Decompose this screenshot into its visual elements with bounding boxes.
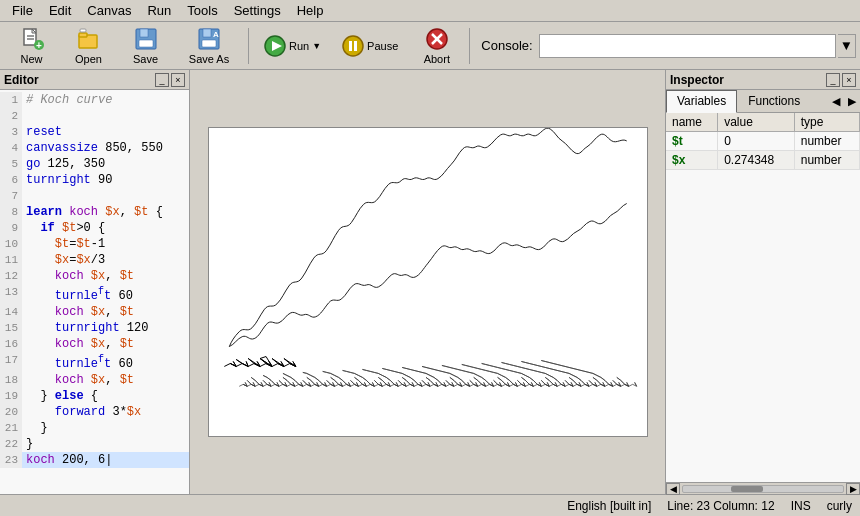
svg-rect-13	[203, 29, 211, 37]
tab-prev-arrow[interactable]: ◀	[828, 93, 844, 110]
saveas-label: Save As	[189, 53, 229, 65]
code-line-10: 10 $t=$t-1	[0, 236, 189, 252]
code-line-3: 3 reset	[0, 124, 189, 140]
separator-1	[248, 28, 249, 64]
code-line-6: 6 turnright 90	[0, 172, 189, 188]
pause-icon	[341, 34, 365, 58]
code-line-17: 17 turnleft 60	[0, 352, 189, 372]
tab-nav: ◀ ▶	[828, 90, 860, 112]
menu-canvas[interactable]: Canvas	[79, 1, 139, 20]
inspector-close[interactable]: ×	[842, 73, 856, 87]
svg-rect-14	[202, 40, 216, 47]
col-name: name	[666, 113, 718, 132]
scroll-right-btn[interactable]: ▶	[846, 483, 860, 495]
open-icon	[77, 27, 101, 51]
tab-variables[interactable]: Variables	[666, 90, 737, 113]
svg-text:+: +	[36, 40, 42, 51]
code-line-21: 21 }	[0, 420, 189, 436]
editor-titlebar: Editor _ ×	[0, 70, 189, 90]
var-type-x: number	[794, 151, 859, 170]
menu-edit[interactable]: Edit	[41, 1, 79, 20]
status-position: Line: 23 Column: 12	[667, 499, 774, 513]
abort-icon	[425, 27, 449, 51]
run-dropdown-arrow[interactable]: ▼	[312, 41, 321, 51]
var-row-t: $t 0 number	[666, 132, 860, 151]
console-dropdown[interactable]: ▼	[838, 34, 856, 58]
code-line-1: 1 # Koch curve	[0, 92, 189, 108]
open-label: Open	[75, 53, 102, 65]
canvas-panel	[190, 70, 665, 494]
tab-functions[interactable]: Functions	[737, 90, 811, 112]
code-line-4: 4 canvassize 850, 550	[0, 140, 189, 156]
code-line-18: 18 koch $x, $t	[0, 372, 189, 388]
menu-file[interactable]: File	[4, 1, 41, 20]
toolbar: + New Open Save	[0, 22, 860, 70]
var-name-t: $t	[666, 132, 718, 151]
editor-controls: _ ×	[155, 73, 185, 87]
svg-rect-7	[79, 33, 87, 37]
abort-label: Abort	[424, 53, 450, 65]
menu-help[interactable]: Help	[289, 1, 332, 20]
var-value-x: 0.274348	[718, 151, 795, 170]
col-type: type	[794, 113, 859, 132]
code-line-12: 12 koch $x, $t	[0, 268, 189, 284]
code-line-20: 20 forward 3*$x	[0, 404, 189, 420]
console-input[interactable]	[539, 34, 836, 58]
saveas-button[interactable]: A Save As	[175, 25, 243, 67]
code-line-15: 15 turnright 120	[0, 320, 189, 336]
open-button[interactable]: Open	[61, 25, 116, 67]
var-type-t: number	[794, 132, 859, 151]
save-label: Save	[133, 53, 158, 65]
scroll-track[interactable]	[682, 485, 844, 493]
main-layout: Editor _ × 1 # Koch curve 2 3 reset	[0, 70, 860, 494]
inspector-scrollbar: ◀ ▶	[666, 482, 860, 494]
col-value: value	[718, 113, 795, 132]
menu-settings[interactable]: Settings	[226, 1, 289, 20]
save-icon	[134, 27, 158, 51]
pause-button[interactable]: Pause	[332, 25, 407, 67]
menu-tools[interactable]: Tools	[179, 1, 225, 20]
run-icon	[263, 34, 287, 58]
abort-button[interactable]: Abort	[409, 25, 464, 67]
code-line-2: 2	[0, 108, 189, 124]
run-button[interactable]: Run ▼	[254, 25, 330, 67]
var-name-x: $x	[666, 151, 718, 170]
new-button[interactable]: + New	[4, 25, 59, 67]
editor-panel: Editor _ × 1 # Koch curve 2 3 reset	[0, 70, 190, 494]
code-line-16: 16 koch $x, $t	[0, 336, 189, 352]
menubar: File Edit Canvas Run Tools Settings Help	[0, 0, 860, 22]
menu-run[interactable]: Run	[139, 1, 179, 20]
code-line-22: 22 }	[0, 436, 189, 452]
code-line-5: 5 go 125, 350	[0, 156, 189, 172]
code-line-13: 13 turnleft 60	[0, 284, 189, 304]
scroll-left-btn[interactable]: ◀	[666, 483, 680, 495]
status-indent: curly	[827, 499, 852, 513]
svg-text:A: A	[213, 30, 219, 39]
code-line-9: 9 if $t>0 {	[0, 220, 189, 236]
inspector-minimize[interactable]: _	[826, 73, 840, 87]
code-line-19: 19 } else {	[0, 388, 189, 404]
var-value-t: 0	[718, 132, 795, 151]
code-line-8: 8 learn koch $x, $t {	[0, 204, 189, 220]
editor-minimize[interactable]: _	[155, 73, 169, 87]
inspector-title: Inspector	[670, 73, 724, 87]
status-language: English [built in]	[567, 499, 651, 513]
inspector-tab-bar: Variables Functions ◀ ▶	[666, 90, 860, 113]
koch-svg	[209, 128, 647, 436]
var-row-x: $x 0.274348 number	[666, 151, 860, 170]
code-editor[interactable]: 1 # Koch curve 2 3 reset 4 canvassize 85…	[0, 90, 189, 494]
inspector-titlebar: Inspector _ ×	[666, 70, 860, 90]
svg-point-18	[343, 36, 363, 56]
new-label: New	[20, 53, 42, 65]
code-line-7: 7	[0, 188, 189, 204]
inspector-panel: Inspector _ × Variables Functions ◀ ▶ na…	[665, 70, 860, 494]
status-mode: INS	[791, 499, 811, 513]
editor-close[interactable]: ×	[171, 73, 185, 87]
editor-title: Editor	[4, 73, 39, 87]
code-line-11: 11 $x=$x/3	[0, 252, 189, 268]
new-icon: +	[20, 27, 44, 51]
tab-next-arrow[interactable]: ▶	[844, 93, 860, 110]
svg-rect-11	[139, 40, 153, 47]
save-button[interactable]: Save	[118, 25, 173, 67]
separator-2	[469, 28, 470, 64]
